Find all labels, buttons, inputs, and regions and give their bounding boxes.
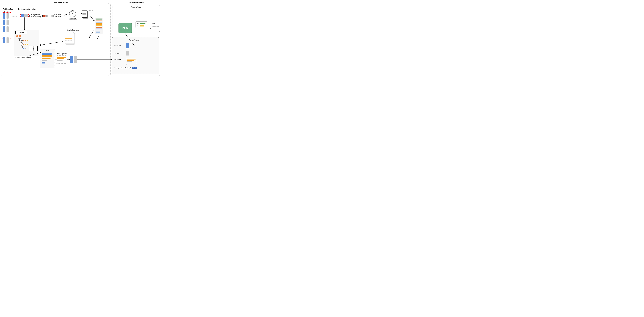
concat-gray-vec — [24, 14, 28, 17]
knowledge-doc-box — [126, 58, 136, 65]
knowledge-row: Knowledge: — [114, 58, 156, 65]
main-diagram: Retriever Stage Detection Stage T : Give… — [0, 0, 161, 79]
concat-label: Concat — [12, 15, 17, 17]
svg-rect-8 — [82, 10, 87, 17]
concat-blue-vec — [21, 14, 24, 17]
split-doc-label: Split Document into Sentences — [88, 10, 98, 14]
training-model-label: Training Model — [113, 6, 160, 8]
simcse-arrows-svg — [14, 30, 40, 56]
topk-bar-3 — [57, 60, 62, 61]
no-row: No — [136, 25, 146, 26]
topk-bar-2 — [57, 58, 64, 59]
topk-blue-block — [70, 56, 73, 63]
seg-bar-4 — [96, 23, 102, 24]
c-vec-3 — [6, 26, 8, 32]
context-row: Context: — [114, 51, 156, 55]
topk-label: Top K Segments — [56, 53, 67, 55]
c-vec-2 — [6, 19, 8, 25]
yes-no-box: Yes No — [136, 21, 147, 28]
retriever-stage-label: Retriever Stage — [46, 1, 76, 3]
topk-bar-1 — [57, 57, 66, 58]
seg-bar-7 — [96, 28, 102, 29]
recognize-extract-label: Recognize and Extract the Entity — [30, 14, 42, 17]
know-bar-1 — [127, 59, 136, 59]
yes-bar — [140, 23, 146, 24]
topk-doc-box — [56, 55, 67, 64]
given-text-row: Given Text: — [114, 43, 156, 48]
compute-similarity-label: Compute Sematic Similarity — [15, 57, 31, 58]
input-template-box: Input Template Given Text: Context: Know… — [112, 37, 159, 74]
entity-circles: ··· — [43, 15, 54, 17]
verbal-irony-output: Verbal Irony:0.3 — [152, 23, 160, 25]
mask-badge: MASK — [132, 67, 137, 69]
simcse-container: SimCSE — [14, 29, 39, 56]
circle-2 — [46, 15, 48, 17]
knowledge-field-label: Knowledge: — [114, 58, 125, 60]
question-row: Is the given text verbal irony? MASK — [114, 67, 156, 69]
rank-box: Rank — [40, 49, 55, 68]
rank-bar-3 — [42, 57, 50, 59]
red-arrow-down: ↓ — [7, 33, 8, 35]
rank-bar-2 — [42, 55, 52, 57]
svg-text:W: W — [72, 13, 73, 15]
wiki-subtitle: The Free Encyclopedia — [67, 19, 78, 20]
topk-bars — [57, 57, 66, 61]
non-irony-output: Non-Irony:0.7 — [152, 26, 160, 27]
rank-bars — [42, 53, 54, 64]
sample-segments-label: Sample Segments — [67, 29, 79, 31]
seg-dots: ⋮ — [96, 30, 102, 31]
t-vec-n — [3, 37, 5, 43]
t-vec-1 — [3, 13, 5, 19]
output-circles-2 — [23, 44, 28, 45]
t-given-text-label: T : Given Text — [3, 8, 13, 10]
know-bar-3 — [127, 61, 132, 62]
t-vec-2 — [3, 19, 5, 25]
ellipsis-circles: ··· — [49, 15, 51, 17]
seg-bar-3 — [96, 22, 102, 23]
context-field-label: Context: — [114, 52, 125, 54]
detection-stage-label: Detection Stage — [122, 1, 151, 3]
given-text-field-label: Given Text: — [114, 45, 125, 46]
rank-bar-1 — [42, 53, 52, 55]
output-circles-1 — [23, 40, 28, 41]
context-vec — [126, 51, 129, 55]
given-text-vec — [126, 43, 129, 48]
output-circles-3 — [23, 48, 26, 49]
rank-bar-5 — [42, 62, 45, 63]
wikipedia-section: W WIKIPEDIA The Free Encyclopedia — [67, 10, 78, 20]
no-bar — [140, 25, 144, 26]
circle-1 — [43, 15, 46, 17]
c-context-label: C : Context Information — [18, 8, 36, 10]
doc-retriever-label: Document Retriever — [52, 14, 63, 17]
rank-bar-4 — [42, 60, 47, 61]
seg-bar-6 — [96, 27, 102, 28]
seg-bar-2 — [96, 20, 102, 21]
segment-doc: ⋮ — [95, 18, 103, 34]
wikipedia-label: WIKIPEDIA — [67, 18, 78, 19]
t-vec-dots: ⋮ — [4, 34, 6, 36]
yes-label: Yes — [136, 23, 139, 24]
simcse-nested-label: SimCSE — [29, 46, 38, 51]
sample-docs — [64, 32, 76, 46]
yes-row: Yes — [136, 23, 146, 24]
c-vec-1 — [6, 13, 8, 19]
rank-label: Rank — [40, 50, 55, 51]
c-vec-n — [6, 37, 8, 43]
no-label: No — [136, 25, 139, 26]
seg-bar-5 — [96, 25, 102, 26]
output-box: Verbal Irony:0.3 Non-Irony:0.7 — [151, 22, 161, 28]
topk-gray-block — [74, 56, 77, 63]
seg-bar-1 — [96, 18, 102, 20]
know-bar-2 — [127, 60, 134, 61]
t-vec-3 — [3, 26, 5, 32]
stacked-docs — [82, 10, 89, 20]
mask-question-text: Is the given text verbal irony? — [114, 67, 131, 69]
seg-bar-n — [96, 31, 100, 33]
svg-rect-19 — [64, 37, 72, 39]
input-template-label: Input Template — [114, 39, 156, 41]
